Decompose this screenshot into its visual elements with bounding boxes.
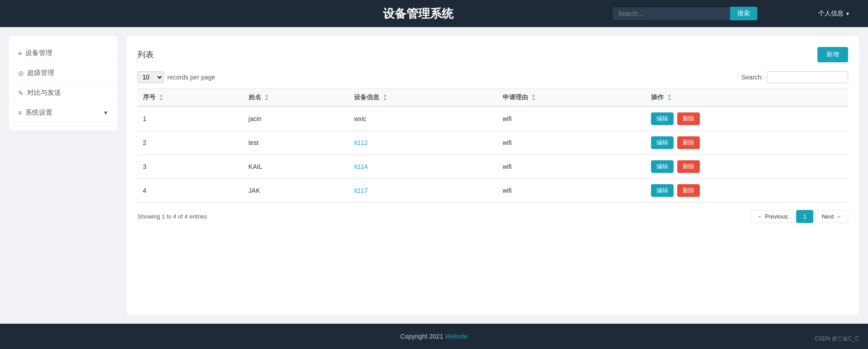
website-link[interactable]: Website <box>445 333 467 340</box>
sort-icon-reason[interactable]: ▲▼ <box>532 93 536 102</box>
data-table: 序号 ▲▼ 姓名 ▲▼ 设备信息 ▲▼ 申请理由 ▲▼ <box>137 88 848 203</box>
delete-button[interactable]: 删除 <box>677 184 700 197</box>
sort-icon-name[interactable]: ▲▼ <box>264 93 269 102</box>
sidebar-item-label: 超级管理 <box>27 69 54 77</box>
next-button[interactable]: Next → <box>815 210 848 223</box>
cell-name: KAIL <box>243 155 349 179</box>
cell-seq: 2 <box>137 131 243 155</box>
content-area: 列表 新增 10 25 50 100 records per page Sear… <box>127 36 859 315</box>
sort-icon-seq[interactable]: ▲▼ <box>159 93 163 102</box>
header-search-button[interactable]: 搜索 <box>730 7 757 20</box>
cell-seq: 1 <box>137 107 243 131</box>
cell-action: 编辑 删除 <box>646 131 848 155</box>
delete-button[interactable]: 删除 <box>677 160 700 173</box>
col-action: 操作 ▲▼ <box>646 89 848 107</box>
table-search-group: Search: <box>741 71 848 83</box>
user-menu-caret: ▼ <box>845 11 850 16</box>
table-controls: 10 25 50 100 records per page Search: <box>137 71 848 83</box>
settings-list-icon: ≡ <box>18 109 22 116</box>
list-icon: ≡ <box>18 50 22 57</box>
app-title: 设备管理系统 <box>285 6 552 22</box>
edit-button[interactable]: 编辑 <box>651 136 674 149</box>
sort-icon-action[interactable]: ▲▼ <box>667 93 671 102</box>
cell-reason: wifi <box>497 107 646 131</box>
sidebar-item-label: 对比与发送 <box>27 88 61 97</box>
col-device-info: 设备信息 ▲▼ <box>349 89 497 107</box>
per-page-group: 10 25 50 100 records per page <box>137 71 215 83</box>
copyright: Copyright 2021 Website <box>400 333 467 340</box>
cell-device-info: it112 <box>349 131 497 155</box>
col-seq: 序号 ▲▼ <box>137 89 243 107</box>
chevron-down-icon: ▼ <box>103 110 108 116</box>
sidebar-item-system-settings[interactable]: ≡ 系统设置 ▼ <box>9 103 118 123</box>
cell-name: JAK <box>243 179 349 203</box>
col-name: 姓名 ▲▼ <box>243 89 349 107</box>
table-search-input[interactable] <box>767 71 848 83</box>
col-reason: 申请理由 ▲▼ <box>497 89 646 107</box>
edit-button[interactable]: 编辑 <box>651 160 674 173</box>
page-1-button[interactable]: 1 <box>796 210 813 223</box>
sidebar-item-compare-send[interactable]: ✎ 对比与发送 <box>9 83 118 103</box>
table-search-label: Search: <box>741 74 763 81</box>
sidebar-item-super-mgmt[interactable]: ◎ 超级管理 <box>9 63 118 83</box>
showing-text: Showing 1 to 4 of 4 entries <box>137 213 207 220</box>
add-button[interactable]: 新增 <box>817 47 848 62</box>
footer-credit: CSDN @三金C_C <box>815 335 859 343</box>
pagination: ← Previous 1 Next → <box>750 210 848 223</box>
per-page-label: records per page <box>167 74 215 81</box>
sidebar-item-label: 系统设置 <box>25 108 52 117</box>
cell-reason: wifi <box>497 155 646 179</box>
cell-device-info: wxic <box>349 107 497 131</box>
table-row: 1 jacin wxic wifi 编辑 删除 <box>137 107 848 131</box>
per-page-select[interactable]: 10 25 50 100 <box>137 71 164 83</box>
cell-name: jacin <box>243 107 349 131</box>
cell-action: 编辑 删除 <box>646 155 848 179</box>
table-header-row: 序号 ▲▼ 姓名 ▲▼ 设备信息 ▲▼ 申请理由 ▲▼ <box>137 89 848 107</box>
edit-button[interactable]: 编辑 <box>651 184 674 197</box>
edit-button[interactable]: 编辑 <box>651 112 674 125</box>
delete-button[interactable]: 删除 <box>677 112 700 125</box>
sidebar: ≡ 设备管理 ◎ 超级管理 ✎ 对比与发送 ≡ 系统设置 ▼ <box>9 36 118 130</box>
cell-seq: 4 <box>137 179 243 203</box>
cell-action: 编辑 删除 <box>646 179 848 203</box>
footer: Copyright 2021 Website CSDN @三金C_C <box>0 324 868 349</box>
table-row: 2 test it112 wifi 编辑 删除 <box>137 131 848 155</box>
prev-button[interactable]: ← Previous <box>750 210 794 223</box>
cell-reason: wifi <box>497 131 646 155</box>
table-row: 3 KAIL it114 wifi 编辑 删除 <box>137 155 848 179</box>
sidebar-item-label: 设备管理 <box>25 49 52 57</box>
pencil-icon: ✎ <box>18 89 24 97</box>
header: 设备管理系统 搜索 个人信息 ▼ <box>0 0 868 27</box>
header-search-input[interactable] <box>613 7 730 20</box>
content-header: 列表 新增 <box>137 47 848 62</box>
cell-reason: wifi <box>497 179 646 203</box>
user-menu[interactable]: 个人信息 ▼ <box>818 9 850 18</box>
content-title: 列表 <box>137 49 154 60</box>
cell-device-info: it114 <box>349 155 497 179</box>
header-right: 个人信息 ▼ <box>818 9 850 18</box>
user-menu-label: 个人信息 <box>818 9 844 18</box>
main-layout: ≡ 设备管理 ◎ 超级管理 ✎ 对比与发送 ≡ 系统设置 ▼ 列表 新增 10 <box>0 27 868 324</box>
cell-device-info: it117 <box>349 179 497 203</box>
circle-icon: ◎ <box>18 70 24 77</box>
sort-icon-device[interactable]: ▲▼ <box>383 93 387 102</box>
cell-action: 编辑 删除 <box>646 107 848 131</box>
delete-button[interactable]: 删除 <box>677 136 700 149</box>
sidebar-item-device-mgmt[interactable]: ≡ 设备管理 <box>9 43 118 63</box>
cell-name: test <box>243 131 349 155</box>
table-row: 4 JAK it117 wifi 编辑 删除 <box>137 179 848 203</box>
pagination-area: Showing 1 to 4 of 4 entries ← Previous 1… <box>137 210 848 223</box>
cell-seq: 3 <box>137 155 243 179</box>
